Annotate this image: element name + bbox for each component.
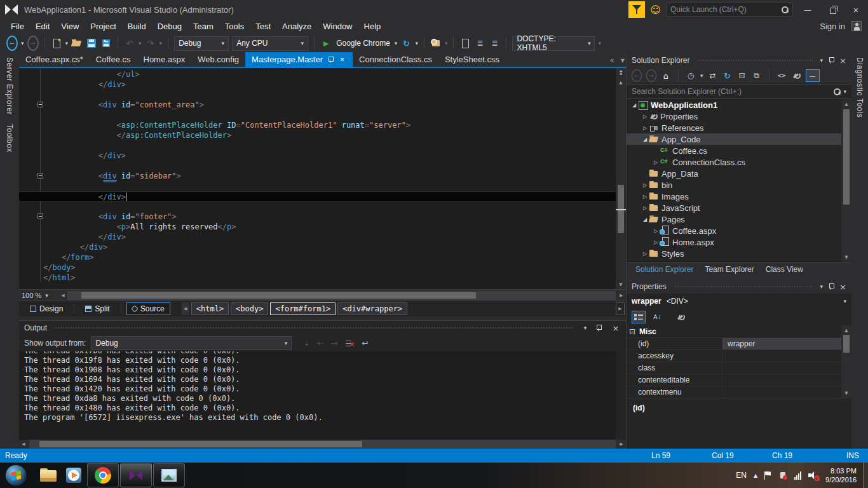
panel-drag-texture[interactable] <box>674 285 813 288</box>
property-row-accesskey[interactable]: accesskey <box>627 349 851 362</box>
output-text-area[interactable]: The thread 0x17b0 has exited with code 0… <box>19 351 616 440</box>
solution-explorer-search-input[interactable]: Search Solution Explorer (Ctrl+;) <box>627 84 851 99</box>
scrollbar-thumb[interactable] <box>81 292 476 299</box>
back-button[interactable] <box>632 69 642 82</box>
object-dropdown-icon[interactable] <box>843 298 846 304</box>
filter-dropdown-icon[interactable] <box>700 72 703 79</box>
property-value[interactable] <box>722 350 841 362</box>
solution-platform-dropdown[interactable]: Any CPU <box>232 36 308 51</box>
show-all-files-icon[interactable] <box>752 69 762 82</box>
next-message-icon[interactable] <box>332 339 338 348</box>
scroll-up-icon[interactable] <box>616 78 626 87</box>
tab-web-config[interactable]: Web.config <box>191 52 245 67</box>
sync-with-active-document-icon[interactable] <box>708 69 718 82</box>
tree-vertical-scrollbar[interactable] <box>841 99 851 262</box>
code-line[interactable]: </div> <box>19 191 616 201</box>
scroll-up-icon[interactable] <box>841 100 851 108</box>
property-pages-icon[interactable] <box>676 313 685 322</box>
editor-vertical-scrollbar[interactable] <box>616 68 626 289</box>
tree-expand-icon[interactable] <box>641 251 649 257</box>
tab-connectionclass-cs[interactable]: ConnectionClass.cs <box>353 52 438 67</box>
tree-expand-icon[interactable] <box>641 125 649 131</box>
menu-project[interactable]: Project <box>85 20 121 32</box>
category-row[interactable]: Misc <box>627 325 851 337</box>
navigate-back-button[interactable] <box>6 36 18 51</box>
tab-stylesheet-css[interactable]: StyleSheet.css <box>438 52 506 67</box>
quick-launch-input[interactable]: Quick Launch (Ctrl+Q) <box>666 3 793 17</box>
scroll-tabs-icon[interactable] <box>610 56 614 65</box>
tree-expand-icon[interactable] <box>641 137 649 142</box>
preview-selected-items-toggle[interactable] <box>806 69 820 82</box>
menu-tools[interactable]: Tools <box>219 20 250 32</box>
code-line[interactable]: </div> <box>19 232 616 242</box>
new-file-icon[interactable] <box>52 39 61 48</box>
tree-item-home-aspx[interactable]: Home.aspx <box>627 236 851 248</box>
breadcrumb-html[interactable]: <html> <box>191 302 229 315</box>
feedback-funnel-icon[interactable] <box>628 1 645 18</box>
comment-lines-icon[interactable] <box>474 36 485 51</box>
smiley-feedback-icon[interactable] <box>650 4 661 16</box>
code-line[interactable]: </div> <box>19 151 616 161</box>
property-row-contenteditable[interactable]: contenteditable <box>627 374 851 386</box>
volume-muted-icon[interactable] <box>808 471 818 480</box>
view-code-icon[interactable] <box>776 69 787 82</box>
scroll-up-icon[interactable] <box>841 327 851 334</box>
goto-message-icon[interactable] <box>303 339 309 348</box>
undo-icon[interactable] <box>124 36 135 51</box>
property-value[interactable]: wrapper <box>722 338 841 349</box>
output-horizontal-scrollbar[interactable] <box>29 440 616 449</box>
tree-item-pages[interactable]: Pages <box>627 214 851 225</box>
tree-expand-icon[interactable] <box>652 240 660 245</box>
menu-file[interactable]: File <box>5 20 30 32</box>
taskbar-chrome-button[interactable] <box>87 463 119 487</box>
code-line[interactable]: </html> <box>19 273 616 283</box>
previous-message-icon[interactable] <box>317 339 323 348</box>
panel-drag-texture[interactable] <box>55 327 573 330</box>
menu-build[interactable]: Build <box>122 20 152 32</box>
tab-coffee-cs[interactable]: Coffee.cs <box>90 52 137 67</box>
code-line[interactable]: </div> <box>19 79 616 90</box>
property-row-contextmenu[interactable]: contextmenu <box>627 386 851 398</box>
code-line[interactable] <box>19 181 616 191</box>
alphabetical-sort-icon[interactable] <box>652 309 663 325</box>
close-icon[interactable] <box>611 323 621 333</box>
output-source-dropdown[interactable]: Debug <box>91 336 292 350</box>
search-options-icon[interactable] <box>843 88 846 95</box>
show-hidden-icons-button[interactable] <box>754 473 757 478</box>
code-line[interactable] <box>19 140 616 151</box>
user-account-icon[interactable] <box>851 21 862 31</box>
code-line[interactable]: <asp:ContentPlaceHolder ID="ContentPlace… <box>19 120 616 130</box>
breadcrumb-form-form1[interactable]: <form#form1> <box>270 302 336 315</box>
tree-expand-icon[interactable] <box>641 217 649 222</box>
close-icon[interactable] <box>839 282 846 292</box>
breadcrumb-div-wrapper[interactable]: <div#wrapper> <box>337 302 407 315</box>
clock[interactable]: 8:03 PM 9/20/2016 <box>825 466 857 484</box>
menu-edit[interactable]: Edit <box>30 20 55 32</box>
taskbar-media-player-button[interactable] <box>61 463 86 488</box>
side-tab-toolbox[interactable]: Toolbox <box>5 124 14 152</box>
scrollbar-thumb[interactable] <box>618 185 624 233</box>
code-line[interactable]: <div id="sidebar"> <box>19 171 616 181</box>
tree-item-webapplication1[interactable]: WebApplication1 <box>627 99 851 111</box>
code-line[interactable]: </body> <box>19 262 616 273</box>
taskbar-explorer-button[interactable] <box>36 463 61 488</box>
open-file-icon[interactable] <box>72 39 82 48</box>
code-line[interactable] <box>19 90 616 100</box>
doctype-dropdown[interactable]: DOCTYPE: XHTML5 <box>512 36 595 51</box>
panel-drag-texture[interactable] <box>697 59 812 62</box>
menu-window[interactable]: Window <box>317 20 358 32</box>
toolbar-overflow-icon[interactable] <box>445 40 448 46</box>
redo-icon[interactable] <box>145 36 156 51</box>
menu-help[interactable]: Help <box>358 20 387 32</box>
minimize-button[interactable] <box>798 2 817 17</box>
clear-all-icon[interactable] <box>346 339 355 348</box>
pin-icon[interactable] <box>828 283 834 290</box>
scroll-down-icon[interactable] <box>841 390 851 397</box>
menu-debug[interactable]: Debug <box>152 20 187 32</box>
tree-expand-icon[interactable] <box>641 182 649 188</box>
refresh-icon[interactable] <box>400 36 412 51</box>
window-position-icon[interactable] <box>580 325 590 331</box>
tree-expand-icon[interactable] <box>630 102 638 108</box>
code-editor[interactable]: </ul> </div> <div id="content_area"> <as… <box>19 68 626 289</box>
scroll-left-icon[interactable] <box>19 440 28 449</box>
